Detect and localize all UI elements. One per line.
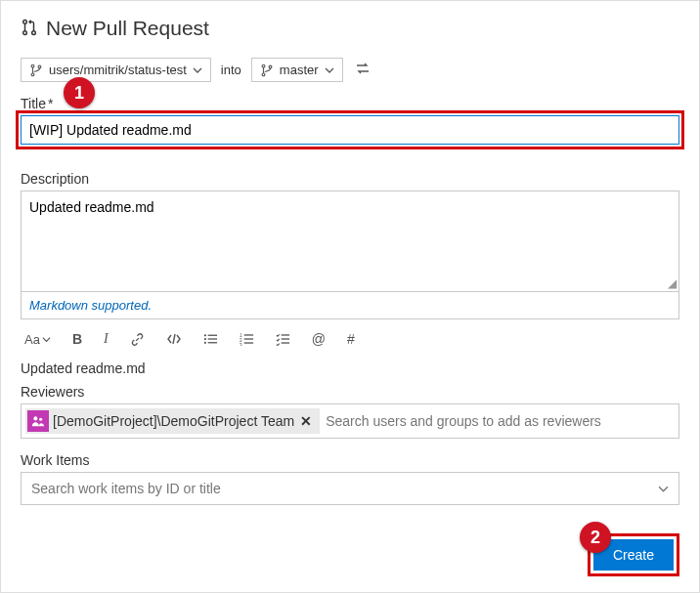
- bullet-list-icon: [203, 332, 218, 346]
- chevron-down-icon: [658, 484, 669, 494]
- chevron-down-icon: [193, 65, 202, 75]
- svg-point-8: [269, 65, 272, 68]
- description-preview: Updated readme.md: [21, 360, 679, 376]
- code-icon: [166, 332, 182, 346]
- pull-request-icon: [21, 19, 38, 39]
- target-branch-select[interactable]: master: [251, 58, 343, 82]
- svg-rect-20: [243, 342, 252, 343]
- resize-grip-icon[interactable]: ◢: [22, 279, 678, 291]
- page-title: New Pull Request: [46, 17, 209, 40]
- callout-badge-2: 2: [580, 522, 611, 553]
- branch-icon: [29, 64, 43, 77]
- svg-point-24: [33, 416, 37, 420]
- svg-point-2: [32, 30, 36, 34]
- svg-rect-19: [243, 338, 252, 339]
- team-avatar-icon: [27, 410, 49, 432]
- source-branch-label: users/mmitrik/status-test: [49, 63, 187, 77]
- numbered-list-icon: 123: [240, 332, 254, 346]
- svg-point-9: [203, 334, 205, 336]
- bold-button[interactable]: B: [72, 331, 82, 347]
- swap-branches-button[interactable]: [353, 60, 372, 80]
- link-button[interactable]: [130, 332, 145, 347]
- link-icon: [130, 332, 145, 347]
- required-marker: *: [48, 96, 53, 111]
- numbered-list-button[interactable]: 123: [240, 332, 254, 346]
- into-label: into: [221, 63, 241, 77]
- reviewer-chip: [DemoGitProject]\DemoGitProject Team ✕: [25, 408, 320, 434]
- svg-rect-12: [207, 335, 216, 336]
- svg-point-10: [203, 338, 205, 340]
- svg-rect-13: [207, 338, 216, 339]
- target-branch-label: master: [280, 63, 319, 77]
- description-textarea[interactable]: Updated readme.md: [22, 191, 678, 279]
- svg-rect-22: [281, 338, 288, 339]
- source-branch-select[interactable]: users/mmitrik/status-test: [21, 58, 211, 82]
- svg-rect-21: [281, 334, 288, 335]
- svg-point-6: [262, 64, 265, 67]
- remove-reviewer-button[interactable]: ✕: [300, 413, 312, 429]
- title-field-label: Title: [21, 96, 46, 111]
- svg-rect-14: [207, 342, 216, 343]
- chevron-down-icon: [42, 335, 51, 344]
- svg-point-5: [38, 65, 41, 68]
- workitems-input[interactable]: Search work items by ID or title: [21, 472, 679, 505]
- callout-badge-1: 1: [64, 77, 95, 108]
- chevron-down-icon: [325, 65, 334, 75]
- svg-point-0: [23, 20, 27, 23]
- branch-icon: [260, 64, 274, 77]
- svg-point-7: [262, 72, 265, 75]
- bullet-list-button[interactable]: [203, 332, 218, 346]
- reviewers-input[interactable]: [DemoGitProject]\DemoGitProject Team ✕ S…: [21, 403, 679, 439]
- svg-point-1: [23, 30, 27, 34]
- tag-button[interactable]: #: [347, 331, 355, 347]
- svg-point-25: [39, 418, 42, 421]
- code-button[interactable]: [166, 332, 182, 346]
- workitems-field-label: Work Items: [21, 452, 679, 468]
- reviewers-placeholder: Search users and groups to add as review…: [326, 413, 601, 429]
- italic-button[interactable]: I: [104, 331, 109, 347]
- svg-rect-18: [243, 334, 252, 335]
- mention-button[interactable]: @: [312, 331, 326, 347]
- callout-highlight-1: [16, 110, 684, 149]
- svg-point-4: [31, 72, 34, 75]
- markdown-supported-link[interactable]: Markdown supported.: [21, 292, 679, 319]
- text-size-button[interactable]: Aa: [24, 332, 51, 347]
- workitems-placeholder: Search work items by ID or title: [31, 481, 221, 496]
- svg-point-11: [203, 342, 205, 344]
- svg-text:3: 3: [240, 343, 242, 347]
- title-input[interactable]: [21, 115, 679, 145]
- checklist-icon: [276, 332, 290, 346]
- reviewer-chip-label: [DemoGitProject]\DemoGitProject Team: [53, 413, 294, 429]
- svg-point-3: [31, 64, 34, 67]
- description-field-label: Description: [21, 171, 679, 187]
- checklist-button[interactable]: [276, 332, 290, 346]
- reviewers-field-label: Reviewers: [21, 384, 679, 400]
- svg-rect-23: [281, 342, 288, 343]
